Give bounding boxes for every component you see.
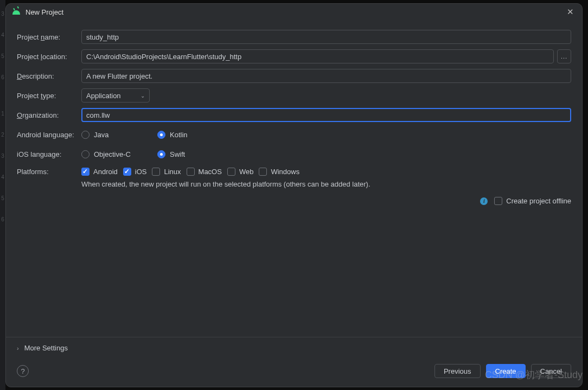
kotlin-radio-label[interactable]: Kotlin (170, 131, 188, 139)
ios-language-label: iOS language: (17, 150, 81, 158)
macos-checkbox[interactable] (187, 168, 195, 176)
offline-row: i Create project offline (17, 189, 571, 205)
chevron-right-icon: › (17, 345, 19, 351)
cancel-button[interactable]: Cancel (531, 364, 571, 378)
description-label: Description: (17, 72, 81, 80)
info-icon[interactable]: i (480, 197, 488, 205)
close-button[interactable]: ✕ (565, 7, 576, 17)
chevron-down-icon: ⌄ (140, 93, 145, 99)
windows-checkbox[interactable] (259, 168, 267, 176)
android-check-label[interactable]: Android (93, 168, 118, 176)
project-location-row: Project location: ... (17, 47, 571, 66)
titlebar: New Project ✕ (6, 4, 582, 20)
project-name-row: Project name: (17, 28, 571, 46)
dialog-title: New Project (25, 8, 559, 16)
footer: › More Settings ? Previous Create Cancel (6, 337, 582, 387)
macos-check-label[interactable]: MacOS (199, 168, 222, 176)
organization-row: Organization: (17, 106, 571, 124)
linux-check-label[interactable]: Linux (164, 168, 181, 176)
browse-location-button[interactable]: ... (557, 49, 571, 63)
platforms-hint: When created, the new project will run o… (81, 180, 571, 188)
new-project-dialog: New Project ✕ Project name: Project loca… (5, 3, 583, 387)
android-language-label: Android language: (17, 131, 81, 139)
web-check-label[interactable]: Web (239, 168, 254, 176)
create-button[interactable]: Create (486, 364, 526, 378)
platforms-row: Platforms: Android iOS Linux (17, 164, 571, 188)
ios-check-label[interactable]: iOS (135, 168, 147, 176)
dialog-content: Project name: Project location: ... Desc… (6, 20, 582, 337)
project-location-label: Project location: (17, 53, 81, 61)
project-type-dropdown[interactable]: Application ⌄ (81, 88, 150, 103)
swift-radio-label[interactable]: Swift (170, 150, 185, 158)
linux-checkbox[interactable] (152, 168, 160, 176)
description-input[interactable] (81, 69, 571, 83)
java-radio-label[interactable]: Java (94, 131, 108, 139)
platforms-label: Platforms: (17, 164, 81, 176)
editor-line-numbers: 3456123456 (0, 0, 5, 390)
kotlin-radio[interactable] (157, 131, 165, 139)
help-button[interactable]: ? (17, 365, 29, 377)
objc-radio-label[interactable]: Objective-C (94, 150, 131, 158)
previous-button[interactable]: Previous (434, 364, 481, 378)
organization-input[interactable] (81, 108, 571, 122)
project-location-input[interactable] (81, 49, 554, 63)
ios-language-row: iOS language: Objective-C Swift (17, 145, 571, 163)
more-settings-label: More Settings (24, 344, 68, 352)
button-bar: ? Previous Create Cancel (6, 359, 582, 387)
android-icon (12, 9, 20, 15)
description-row: Description: (17, 67, 571, 85)
project-name-input[interactable] (81, 30, 571, 44)
ios-checkbox[interactable] (123, 168, 131, 176)
objc-radio[interactable] (81, 150, 90, 158)
offline-check-label[interactable]: Create project offline (506, 197, 571, 205)
java-radio[interactable] (81, 131, 90, 139)
offline-checkbox[interactable] (494, 197, 502, 205)
more-settings-toggle[interactable]: › More Settings (6, 337, 582, 359)
project-type-label: Project type: (17, 92, 81, 100)
android-checkbox[interactable] (81, 168, 90, 176)
web-checkbox[interactable] (227, 168, 235, 176)
swift-radio[interactable] (157, 150, 165, 158)
organization-label: Organization: (17, 111, 81, 119)
project-name-label: Project name: (17, 33, 81, 41)
project-type-value: Application (86, 92, 121, 100)
windows-check-label[interactable]: Windows (271, 168, 299, 176)
project-type-row: Project type: Application ⌄ (17, 86, 571, 105)
android-language-row: Android language: Java Kotlin (17, 125, 571, 144)
